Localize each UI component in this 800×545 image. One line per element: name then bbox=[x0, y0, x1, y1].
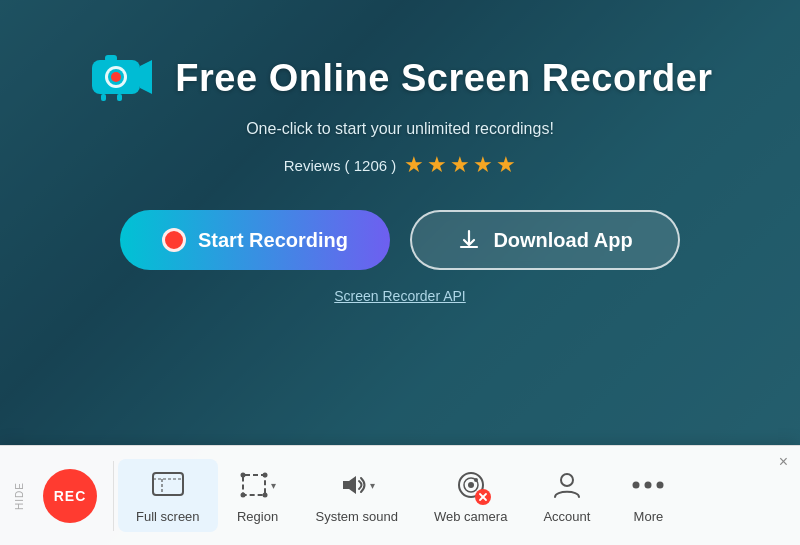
toolbar-item-web-camera[interactable]: Web camera bbox=[416, 459, 525, 532]
svg-rect-4 bbox=[105, 55, 117, 62]
svg-point-25 bbox=[645, 482, 652, 489]
svg-point-20 bbox=[474, 478, 478, 482]
toolbar: × HIDE REC Full screen bbox=[0, 445, 800, 545]
toolbar-divider bbox=[113, 461, 114, 531]
svg-rect-8 bbox=[153, 473, 183, 495]
svg-point-15 bbox=[263, 493, 268, 498]
svg-rect-7 bbox=[117, 94, 122, 101]
svg-point-26 bbox=[657, 482, 664, 489]
download-app-button[interactable]: Download App bbox=[410, 210, 680, 270]
rec-dot-icon bbox=[162, 228, 186, 252]
start-recording-label: Start Recording bbox=[198, 229, 348, 252]
logo-title-group: Free Online Screen Recorder bbox=[87, 48, 712, 108]
rec-button[interactable]: REC bbox=[43, 469, 97, 523]
close-toolbar-button[interactable]: × bbox=[779, 454, 788, 470]
camera-disabled-badge bbox=[475, 489, 491, 505]
svg-marker-5 bbox=[140, 60, 152, 94]
download-icon bbox=[457, 228, 481, 252]
system-sound-icon-group: ▾ bbox=[339, 467, 375, 503]
toolbar-item-fullscreen[interactable]: Full screen bbox=[118, 459, 218, 532]
svg-point-3 bbox=[111, 72, 121, 82]
web-camera-label: Web camera bbox=[434, 509, 507, 524]
web-camera-icon bbox=[453, 467, 489, 503]
svg-marker-16 bbox=[343, 476, 356, 494]
toolbar-item-account[interactable]: Account bbox=[525, 459, 608, 532]
toolbar-items: Full screen ▾ Region bbox=[118, 459, 790, 532]
fullscreen-icon bbox=[150, 467, 186, 503]
toolbar-item-region[interactable]: ▾ Region bbox=[218, 459, 298, 532]
region-label: Region bbox=[237, 509, 278, 524]
account-icon bbox=[549, 467, 585, 503]
svg-point-14 bbox=[241, 493, 246, 498]
svg-point-23 bbox=[561, 474, 573, 486]
region-dropdown-arrow: ▾ bbox=[271, 480, 276, 491]
account-label: Account bbox=[543, 509, 590, 524]
screen-recorder-api-link[interactable]: Screen Recorder API bbox=[334, 288, 466, 304]
svg-rect-11 bbox=[243, 475, 265, 495]
star-rating: ★ ★ ★ ★ ★ bbox=[404, 152, 516, 178]
more-icon bbox=[630, 467, 666, 503]
region-icon-group: ▾ bbox=[240, 467, 276, 503]
more-label: More bbox=[634, 509, 664, 524]
toolbar-item-system-sound[interactable]: ▾ System sound bbox=[298, 459, 416, 532]
svg-point-19 bbox=[468, 482, 474, 488]
star-3: ★ bbox=[450, 152, 470, 178]
app-title: Free Online Screen Recorder bbox=[175, 57, 712, 100]
system-sound-dropdown-arrow: ▾ bbox=[370, 480, 375, 491]
main-content: Free Online Screen Recorder One-click to… bbox=[0, 0, 800, 332]
fullscreen-label: Full screen bbox=[136, 509, 200, 524]
star-4: ★ bbox=[473, 152, 493, 178]
reviews-row: Reviews ( 1206 ) ★ ★ ★ ★ ★ bbox=[284, 152, 517, 178]
star-1: ★ bbox=[404, 152, 424, 178]
download-app-label: Download App bbox=[493, 229, 632, 252]
svg-point-24 bbox=[633, 482, 640, 489]
svg-rect-6 bbox=[101, 94, 106, 101]
action-buttons: Start Recording Download App bbox=[120, 210, 680, 270]
reviews-text: Reviews ( 1206 ) bbox=[284, 157, 397, 174]
toolbar-hide-label: HIDE bbox=[10, 482, 29, 510]
subtitle: One-click to start your unlimited record… bbox=[246, 120, 554, 138]
toolbar-item-more[interactable]: More bbox=[608, 459, 688, 532]
svg-point-13 bbox=[263, 473, 268, 478]
system-sound-label: System sound bbox=[316, 509, 398, 524]
star-5: ★ bbox=[496, 152, 516, 178]
start-recording-button[interactable]: Start Recording bbox=[120, 210, 390, 270]
app-logo bbox=[87, 48, 157, 108]
star-2: ★ bbox=[427, 152, 447, 178]
svg-point-12 bbox=[241, 473, 246, 478]
